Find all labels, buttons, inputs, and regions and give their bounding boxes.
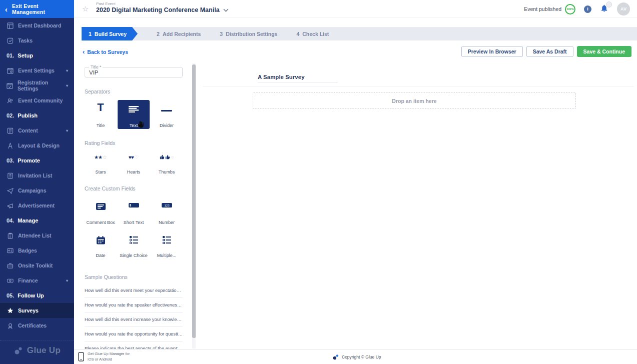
sidebar-item-attendee-list[interactable]: Attendee List [0,228,74,243]
save-and-continue-button[interactable]: Save & Continue [577,46,631,57]
tool-stars[interactable]: ★★☆ Stars [85,152,117,174]
tool-hearts[interactable]: ♥♥♡ Hearts [118,152,150,174]
sidebar-nav: Event Dashboard Tasks 01. Setup Event Se… [0,18,74,338]
tool-label: Comment Box [85,220,117,225]
favorite-star-icon[interactable]: ☆ [82,4,89,14]
short-text-icon [118,203,150,208]
text-lines-icon [118,106,150,114]
tool-divider[interactable]: Divider [151,100,183,129]
panel-scrollbar[interactable] [192,64,196,348]
tool-short-text[interactable]: Short Text [118,197,150,230]
survey-title-field[interactable]: Title * VIP [85,67,183,78]
survey-canvas-title[interactable]: A Sample Survey [258,74,338,83]
sidebar-item-advertisement[interactable]: Advertisement [0,198,74,213]
tool-date[interactable]: Date [85,230,117,263]
section-number: 04. [7,218,14,224]
sidebar-item-certificates[interactable]: Certificates [0,318,74,333]
sample-question[interactable]: How well did this event meet your expect… [85,284,183,298]
glueup-logo-mark [14,346,24,356]
sidebar-item-content[interactable]: Content ▾ [0,123,74,138]
comment-box-icon [85,203,117,210]
sidebar-item-label: Invitation List [18,172,52,178]
sidebar-item-badges[interactable]: Badges [0,243,74,258]
sidebar: ‹ Exit Event Management Event Dashboard … [0,0,74,364]
tool-label: Text [118,123,150,128]
tab-distribution-settings[interactable]: 3 Distribution Settings [220,31,277,37]
sidebar-section-follow-up: 05. Follow Up [0,288,74,303]
steps-bar: 1 Build Survey 2 Add Recipients 3 Distri… [82,27,637,40]
sidebar-item-label: Certificates [18,322,47,328]
tool-number[interactable]: 123 Number [151,197,183,230]
chevron-down-icon: ▾ [66,128,68,133]
chevron-left-icon: ‹ [83,48,85,55]
tool-comment-box[interactable]: Comment Box [85,197,117,230]
event-title-dropdown[interactable]: 2020 Digital Marketing Conference Manila [96,6,228,14]
avatar[interactable]: AV [617,2,630,16]
step-label: Build Survey [95,31,127,37]
sample-question[interactable]: How well did this event increase your kn… [85,312,183,327]
dropzone[interactable]: Drop an item here [253,92,576,109]
sidebar-item-campaigns[interactable]: Campaigns [0,183,74,198]
sidebar-item-onsite-toolkit[interactable]: Onsite Toolkit [0,258,74,273]
topbar: ☆ Past Event 2020 Digital Marketing Conf… [74,0,637,18]
tool-label: Title [85,123,117,128]
rating-tools: ★★☆ Stars ♥♥♡ Hearts ○ Thumbs [85,152,184,174]
tab-build-survey[interactable]: 1 Build Survey [82,27,138,40]
campaigns-icon [7,188,14,194]
sidebar-section-publish: 02. Publish [0,108,74,123]
tool-label: Date [85,253,117,258]
chevron-down-icon [223,6,228,12]
sidebar-item-surveys[interactable]: Surveys [0,303,74,318]
sidebar-item-label: Attendee List [18,232,52,238]
sample-questions-section-label: Sample Questions [85,274,184,280]
sidebar-item-tasks[interactable]: Tasks [0,33,74,48]
tool-multiple-choice[interactable]: Multiple... [151,230,183,263]
app-promo-link[interactable]: Get Glue Up Manager for iOS or Android [88,352,130,362]
step-label: Distribution Settings [226,31,277,37]
sidebar-item-layout-design[interactable]: Layout & Design [0,138,74,153]
attendee-list-icon [7,232,14,239]
stars-rating-icon: ★★☆ [85,154,117,160]
hearts-rating-icon: ♥♥♡ [118,154,150,160]
panel-scrollbar-thumb[interactable] [192,64,196,338]
action-buttons: Preview In Browser Save As Draft Save & … [461,46,631,57]
multiple-choice-icon [151,236,183,244]
date-calendar-icon [85,236,117,244]
sidebar-item-registration-settings[interactable]: Registration Settings ▾ [0,78,74,93]
exit-event-management-button[interactable]: ‹ Exit Event Management [0,0,74,18]
sidebar-item-label: Tasks [18,38,33,44]
sidebar-item-event-dashboard[interactable]: Event Dashboard [0,18,74,33]
sidebar-item-finance[interactable]: Finance ▾ [0,273,74,288]
surveys-star-icon [7,308,14,314]
tool-title[interactable]: T Title [85,100,117,129]
sample-question[interactable]: How would you rate the speaker effective… [85,298,183,312]
sidebar-item-event-community[interactable]: Event Community [0,93,74,108]
tool-thumbs[interactable]: ○ Thumbs [151,152,183,174]
community-icon [7,98,14,104]
copyright-text: Copyright © Glue Up [342,354,381,360]
info-icon[interactable]: i [584,6,591,13]
tab-add-recipients[interactable]: 2 Add Recipients [157,31,201,37]
sidebar-item-event-settings[interactable]: Event Settings ▾ [0,63,74,78]
section-label: Follow Up [18,292,44,298]
separator-tools: T Title Text Divider [85,100,184,129]
save-as-draft-button[interactable]: Save As Draft [526,46,573,57]
glueup-footer-mark [333,354,339,360]
preview-in-browser-button[interactable]: Preview In Browser [461,46,523,57]
sidebar-item-invitation-list[interactable]: Invitation List [0,168,74,183]
step-label: Check List [302,31,329,37]
phone-icon [78,352,84,362]
sample-question[interactable]: How would you rate the opportunity for q… [85,327,183,342]
divider-line-icon [151,103,183,112]
builder-panel: Title * VIP Separators T Title Text Divi… [82,62,196,348]
title-field-label: Title * [89,64,103,70]
tool-single-choice[interactable]: Single Choice [118,230,150,263]
tab-check-list[interactable]: 4 Check List [296,31,329,37]
back-to-surveys-link[interactable]: ‹ Back to Surveys [83,48,128,55]
drag-hand-cursor-icon [137,120,144,128]
notifications-bell-icon[interactable] [600,4,608,14]
sidebar-item-label: Layout & Design [18,142,60,148]
dropzone-label: Drop an item here [392,98,436,104]
step-label: Add Recipients [163,31,201,37]
tool-text[interactable]: Text [118,100,150,129]
